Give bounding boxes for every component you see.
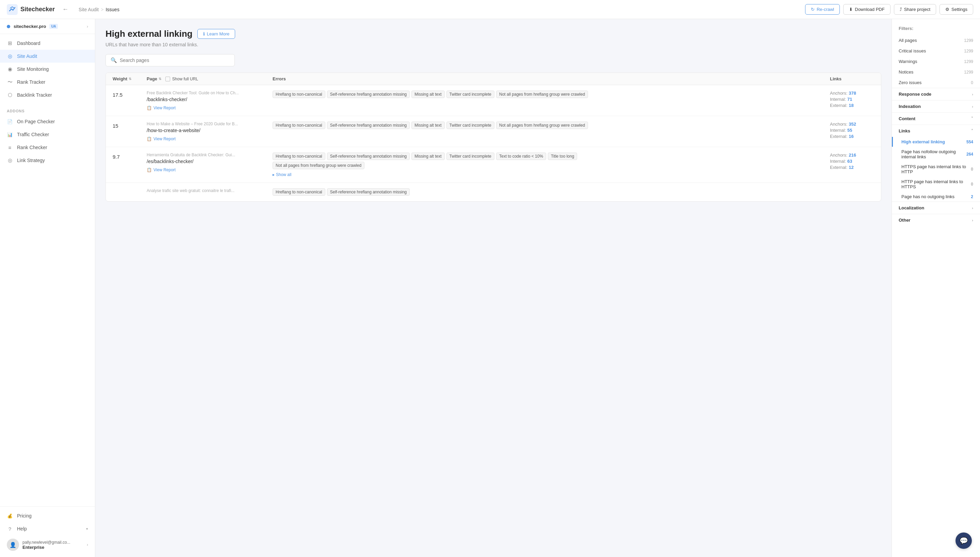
show-all-label: Show all xyxy=(276,172,291,177)
settings-label: Settings xyxy=(951,7,967,12)
learn-more-button[interactable]: ℹ Learn More xyxy=(197,29,235,39)
breadcrumb-parent[interactable]: Site Audit xyxy=(79,7,99,12)
account-status-dot xyxy=(7,25,10,28)
sidebar-item-rank-tracker[interactable]: 〜 Rank Tracker xyxy=(0,76,95,88)
filter-localization-header[interactable]: Localization › xyxy=(892,202,980,214)
weight-column-header[interactable]: Weight ⇅ xyxy=(113,76,143,81)
row-2-errors: Hreflang to non-canonical Self-reference… xyxy=(273,122,826,129)
filter-links-header[interactable]: Links ˄ xyxy=(892,125,980,137)
row-4-errors: Hreflang to non-canonical Self-reference… xyxy=(273,188,826,196)
filter-links-chevron-icon: ˄ xyxy=(971,129,973,133)
sidebar-account[interactable]: sitechecker.pro UA › xyxy=(0,19,95,34)
row-2-view-report-button[interactable]: 📋 View Report xyxy=(147,135,269,141)
row-2-page-url[interactable]: /how-to-create-a-website/ xyxy=(147,128,269,133)
filter-indexation-header[interactable]: Indexation › xyxy=(892,101,980,112)
row-1-links: Anchors: 378 Internal: 71 External: 18 xyxy=(830,91,874,108)
error-tag: Not all pages from hreflang group were c… xyxy=(496,91,588,98)
filter-critical-issues[interactable]: Critical issues 1299 xyxy=(892,46,980,56)
page-column-header[interactable]: Page ⇅ Show full URL xyxy=(147,76,269,81)
download-pdf-button[interactable]: ⬇ Download PDF xyxy=(843,4,890,15)
back-button[interactable]: ← xyxy=(60,6,70,13)
back-icon: ← xyxy=(62,6,68,13)
sidebar-user[interactable]: 👤 pally.newlevel@gmail.co... Enterprise … xyxy=(0,535,95,554)
show-full-url-checkbox[interactable] xyxy=(165,77,170,81)
site-audit-icon: ◎ xyxy=(7,53,13,59)
row-2-page: How to Make a Website – Free 2020 Guide … xyxy=(147,122,269,141)
sidebar-item-pricing[interactable]: 💰 Pricing xyxy=(0,509,95,522)
row-3-internal-value: 63 xyxy=(847,159,852,164)
main-content: High external linking ℹ Learn More URLs … xyxy=(95,19,980,557)
sidebar-item-on-page-checker[interactable]: 📄 On Page Checker xyxy=(0,115,95,128)
sidebar-item-rank-tracker-label: Rank Tracker xyxy=(17,79,45,85)
recrawl-button[interactable]: ↻ Re-crawl xyxy=(805,4,840,15)
error-tag: Hreflang to non-canonical xyxy=(273,91,325,98)
error-tag: Missing alt text xyxy=(411,122,445,129)
row-2-anchors-value: 352 xyxy=(849,122,856,127)
top-navigation: Sitechecker ← Site Audit > Issues ↻ Re-c… xyxy=(0,0,980,19)
filter-content-label: Content xyxy=(899,116,915,121)
table-row: 15 How to Make a Website – Free 2020 Gui… xyxy=(106,116,881,147)
filter-response-code-chevron-icon: › xyxy=(972,92,973,96)
filter-section-other: Other › xyxy=(892,214,980,226)
logo[interactable]: Sitechecker xyxy=(7,4,55,15)
filter-all-pages[interactable]: All pages 1299 xyxy=(892,35,980,46)
row-1-page-title: Free Backlink Checker Tool: Guide on How… xyxy=(147,91,262,95)
row-3-anchors-value: 216 xyxy=(849,153,856,158)
row-2-internal-value: 55 xyxy=(847,128,852,133)
sidebar-item-site-monitoring[interactable]: ◉ Site Monitoring xyxy=(0,63,95,76)
filter-warnings-count: 1299 xyxy=(964,59,973,64)
filter-sub-high-external-linking[interactable]: High external linking 554 xyxy=(892,137,980,147)
account-chevron-icon: › xyxy=(87,24,88,29)
filter-critical-issues-label: Critical issues xyxy=(899,48,926,54)
filter-content-header[interactable]: Content ˅ xyxy=(892,113,980,125)
addons-navigation: 📄 On Page Checker 📊 Traffic Checker ≡ Ra… xyxy=(0,115,95,169)
share-project-button[interactable]: ⤴ Share project xyxy=(894,4,936,15)
error-tag: Not all pages from hreflang group were c… xyxy=(273,162,364,169)
chat-button[interactable]: 💬 xyxy=(956,533,972,549)
rank-checker-icon: ≡ xyxy=(7,144,13,150)
filter-sub-high-external-linking-label: High external linking xyxy=(901,139,945,144)
search-input[interactable] xyxy=(120,57,230,63)
row-1-view-report-button[interactable]: 📋 View Report xyxy=(147,104,269,110)
page-title-row: High external linking ℹ Learn More xyxy=(105,29,881,39)
row-3-view-report-button[interactable]: 📋 View Report xyxy=(147,166,269,172)
sidebar-item-link-strategy[interactable]: ◎ Link Strategy xyxy=(0,154,95,167)
row-1-errors: Hreflang to non-canonical Self-reference… xyxy=(273,91,826,98)
filter-sub-no-outgoing-links[interactable]: Page has no outgoing links 2 xyxy=(892,192,980,202)
sidebar-item-traffic-checker[interactable]: 📊 Traffic Checker xyxy=(0,128,95,141)
row-4-error-tags: Hreflang to non-canonical Self-reference… xyxy=(273,188,826,196)
row-3-show-all-button[interactable]: ▸ Show all xyxy=(273,172,826,177)
sidebar-item-rank-checker[interactable]: ≡ Rank Checker xyxy=(0,141,95,154)
filter-sub-http-to-https[interactable]: HTTP page has internal links to HTTPS 0 xyxy=(892,177,980,192)
filter-critical-issues-count: 1299 xyxy=(964,49,973,54)
filter-section-localization: Localization › xyxy=(892,202,980,214)
backlink-tracker-icon: ⬡ xyxy=(7,92,13,98)
filter-sub-nofollow-outgoing[interactable]: Page has nofollow outgoing internal link… xyxy=(892,147,980,162)
filter-zero-issues[interactable]: Zero issues 0 xyxy=(892,77,980,88)
sidebar-item-site-audit[interactable]: ◎ Site Audit xyxy=(0,50,95,63)
row-3-page-url[interactable]: /es/backlinks-checker/ xyxy=(147,159,269,164)
filter-indexation-chevron-icon: › xyxy=(972,104,973,109)
show-full-url-toggle[interactable]: Show full URL xyxy=(165,77,198,81)
sidebar-item-dashboard-label: Dashboard xyxy=(17,41,41,46)
filter-response-code-header[interactable]: Response code › xyxy=(892,88,980,100)
error-tag: Title too long xyxy=(548,153,577,160)
row-1-anchors: Anchors: 378 xyxy=(830,91,874,96)
row-1-page-url[interactable]: /backlinks-checker/ xyxy=(147,97,269,102)
row-1-page: Free Backlink Checker Tool: Guide on How… xyxy=(147,91,269,110)
chat-icon: 💬 xyxy=(960,537,968,545)
filter-sub-high-external-linking-count: 554 xyxy=(966,140,973,144)
filter-warnings[interactable]: Warnings 1299 xyxy=(892,56,980,67)
filter-sub-https-to-http[interactable]: HTTPS page has internal links to HTTP 0 xyxy=(892,162,980,177)
settings-button[interactable]: ⚙ Settings xyxy=(939,4,973,15)
row-3-error-tags-2: Not all pages from hreflang group were c… xyxy=(273,162,826,169)
filter-notices[interactable]: Notices 1299 xyxy=(892,67,980,77)
filter-other-header[interactable]: Other › xyxy=(892,214,980,226)
sidebar-item-dashboard[interactable]: ⊞ Dashboard xyxy=(0,37,95,50)
error-tag: Self-reference hreflang annotation missi… xyxy=(327,91,410,98)
sidebar-item-help[interactable]: ? Help ▾ xyxy=(0,522,95,535)
sidebar-help-label: Help xyxy=(17,526,27,531)
sidebar-item-backlink-tracker[interactable]: ⬡ Backlink Tracker xyxy=(0,88,95,101)
link-strategy-icon: ◎ xyxy=(7,157,13,163)
filter-sub-no-outgoing-links-label: Page has no outgoing links xyxy=(901,194,954,199)
